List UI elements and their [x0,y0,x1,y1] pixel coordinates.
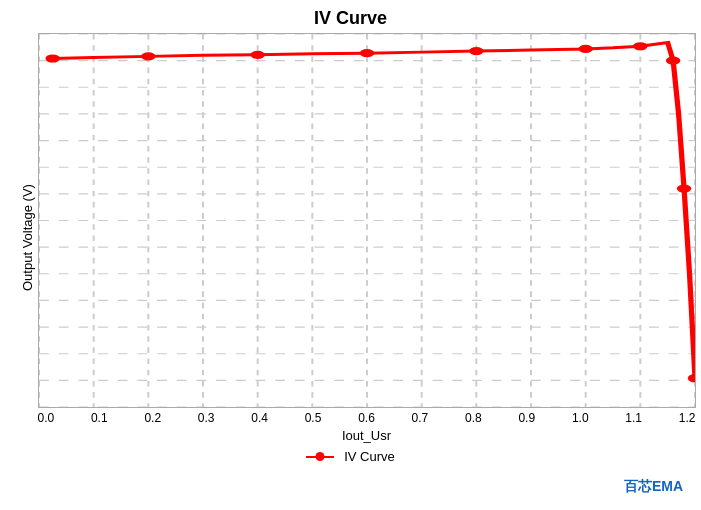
chart-inner: 5.255.004.754.504.254.003.753.503.253.00… [38,33,696,443]
x-tick-label: 0.5 [305,411,322,425]
y-tick-label: 2.25 [38,347,39,359]
y-tick-label: 3.00 [38,267,39,279]
chart-title: IV Curve [314,8,387,29]
iv-curve-svg [39,34,695,407]
svg-point-37 [687,374,695,382]
svg-point-32 [469,47,483,55]
plot-area: 5.255.004.754.504.254.003.753.503.253.00… [38,33,696,408]
y-tick-label: 2.50 [38,320,39,332]
y-tick-label: 4.25 [38,134,39,146]
chart-container: IV Curve Output Voltage (V) 5.255.004.75… [0,0,701,510]
svg-point-33 [578,45,592,53]
x-tick-label: 0.9 [518,411,535,425]
svg-point-28 [45,54,59,62]
y-tick-label: 2.00 [38,373,39,385]
y-axis-label: Output Voltage (V) [16,33,38,443]
y-tick-label: 3.25 [38,240,39,252]
x-tick-label: 1.2 [679,411,696,425]
svg-point-35 [665,57,679,65]
svg-point-29 [141,52,155,60]
svg-point-30 [250,51,264,59]
legend-label: IV Curve [344,449,395,464]
y-tick-label: 2.75 [38,293,39,305]
x-tick-label: 0.2 [144,411,161,425]
x-tick-label: 0.6 [358,411,375,425]
y-tick-label: 5.00 [38,54,39,66]
y-tick-label: 5.25 [38,33,39,39]
svg-point-34 [633,42,647,50]
x-tick-label: 0.7 [412,411,429,425]
chart-area: Output Voltage (V) 5.255.004.754.504.254… [16,33,696,443]
y-tick-label: 1.75 [38,400,39,408]
x-tick-label: 0.0 [38,411,55,425]
legend-area: IV Curve [0,449,701,464]
x-axis-ticks: 0.00.10.20.30.40.50.60.70.80.91.01.11.2 [38,411,696,425]
x-tick-label: 0.1 [91,411,108,425]
x-tick-label: 0.8 [465,411,482,425]
x-tick-label: 0.4 [251,411,268,425]
y-tick-label: 4.00 [38,160,39,172]
svg-point-36 [676,184,690,192]
brand-label: 百芯EMA [624,478,683,496]
svg-point-31 [359,49,373,57]
x-tick-label: 1.0 [572,411,589,425]
y-tick-label: 4.50 [38,107,39,119]
y-tick-label: 3.75 [38,187,39,199]
x-axis-label: Iout_Usr [38,428,696,443]
y-tick-label: 4.75 [38,80,39,92]
x-tick-label: 1.1 [625,411,642,425]
x-tick-label: 0.3 [198,411,215,425]
y-tick-label: 3.50 [38,214,39,226]
